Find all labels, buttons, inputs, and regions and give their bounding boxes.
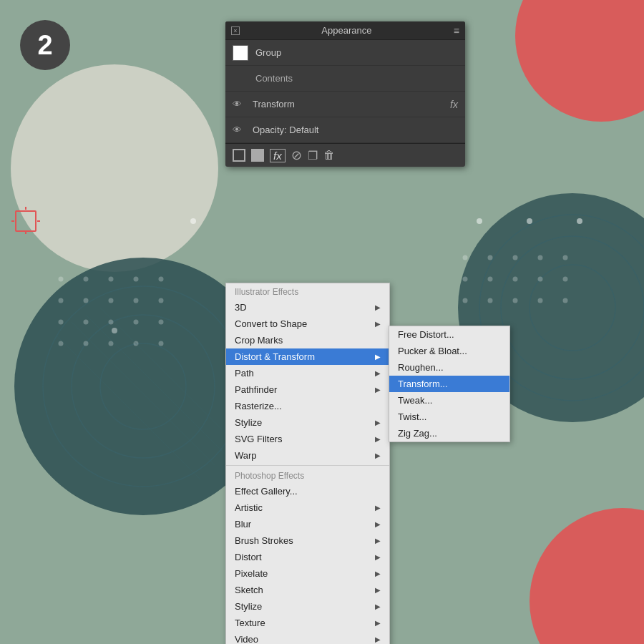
- arrow-icon: ▶: [375, 369, 381, 377]
- arrow-icon: ▶: [375, 553, 381, 561]
- arrow-icon: ▶: [375, 635, 381, 643]
- delete-icon[interactable]: 🗑: [323, 149, 335, 162]
- svg-point-23: [84, 320, 89, 325]
- menu-item-blur[interactable]: Blur ▶: [226, 516, 389, 532]
- illustrator-effects-header: Illustrator Effects: [226, 283, 389, 299]
- add-fill-icon[interactable]: [251, 149, 264, 162]
- arrow-icon: ▶: [375, 520, 381, 528]
- opacity-eye-icon[interactable]: 👁: [233, 125, 247, 135]
- panel-row-opacity[interactable]: 👁 Opacity: Default: [225, 117, 465, 143]
- opacity-label: Opacity: Default: [253, 125, 458, 135]
- menu-item-video[interactable]: Video ▶: [226, 631, 389, 644]
- submenu-distort-transform: Free Distort... Pucker & Bloat... Roughe…: [389, 326, 510, 442]
- arrow-icon: ▶: [375, 320, 381, 328]
- svg-point-26: [159, 320, 164, 325]
- arrow-icon: ▶: [375, 386, 381, 394]
- group-label: Group: [255, 47, 458, 58]
- context-menu: Illustrator Effects 3D ▶ Convert to Shap…: [225, 283, 390, 644]
- svg-point-36: [563, 255, 568, 260]
- submenu-item-pucker-bloat[interactable]: Pucker & Bloat...: [389, 343, 509, 359]
- svg-point-42: [463, 298, 468, 303]
- menu-item-pixelate[interactable]: Pixelate ▶: [226, 565, 389, 582]
- svg-point-19: [109, 298, 114, 303]
- arrow-icon: ▶: [375, 602, 381, 610]
- panel-row-transform[interactable]: 👁 Transform fx: [225, 92, 465, 117]
- panel-close-button[interactable]: ×: [231, 26, 240, 35]
- svg-point-60: [112, 328, 117, 333]
- svg-point-35: [538, 255, 543, 260]
- menu-item-artistic[interactable]: Artistic ▶: [226, 499, 389, 516]
- svg-point-43: [488, 298, 493, 303]
- menu-separator: [226, 465, 389, 466]
- menu-item-distort-transform[interactable]: Distort & Transform ▶: [226, 348, 389, 365]
- svg-point-1: [11, 64, 218, 272]
- svg-point-45: [538, 298, 543, 303]
- step-badge: 2: [20, 20, 70, 70]
- panel-row-group: Group: [225, 40, 465, 66]
- photoshop-effects-header: Photoshop Effects: [226, 467, 389, 483]
- menu-item-crop-marks[interactable]: Crop Marks: [226, 332, 389, 348]
- contents-label: Contents: [233, 73, 458, 84]
- menu-item-texture[interactable]: Texture ▶: [226, 615, 389, 631]
- svg-point-56: [190, 218, 196, 224]
- svg-point-38: [488, 277, 493, 282]
- duplicate-icon[interactable]: ❐: [308, 149, 318, 162]
- menu-item-distort[interactable]: Distort ▶: [226, 549, 389, 565]
- footer-icons: fx ⊘ ❐ 🗑: [233, 147, 335, 163]
- arrow-icon: ▶: [375, 586, 381, 594]
- svg-point-44: [513, 298, 518, 303]
- arrow-icon: ▶: [375, 452, 381, 459]
- submenu-item-twist[interactable]: Twist...: [389, 409, 509, 425]
- svg-point-22: [59, 320, 64, 325]
- menu-item-svg-filters[interactable]: SVG Filters ▶: [226, 431, 389, 447]
- menu-item-3d[interactable]: 3D ▶: [226, 299, 389, 316]
- submenu-item-zig-zag[interactable]: Zig Zag...: [389, 425, 509, 441]
- menu-item-rasterize[interactable]: Rasterize...: [226, 398, 389, 414]
- submenu-item-free-distort[interactable]: Free Distort...: [389, 326, 509, 343]
- clear-icon[interactable]: ⊘: [291, 147, 302, 163]
- menu-item-warp[interactable]: Warp ▶: [226, 447, 389, 464]
- fx-button[interactable]: fx: [270, 149, 286, 162]
- svg-point-18: [84, 298, 89, 303]
- menu-item-stylize[interactable]: Stylize ▶: [226, 414, 389, 431]
- svg-point-37: [463, 277, 468, 282]
- svg-point-39: [513, 277, 518, 282]
- svg-point-32: [463, 255, 468, 260]
- panel-titlebar: × Appearance ≡: [225, 21, 465, 40]
- svg-point-59: [577, 218, 582, 224]
- arrow-icon: ▶: [375, 419, 381, 426]
- panel-title: Appearance: [321, 25, 371, 36]
- svg-point-17: [59, 298, 64, 303]
- svg-point-20: [134, 298, 139, 303]
- svg-point-41: [563, 277, 568, 282]
- appearance-panel: × Appearance ≡ Group Contents 👁 Transfor…: [225, 21, 465, 167]
- menu-item-pathfinder[interactable]: Pathfinder ▶: [226, 381, 389, 398]
- submenu-item-roughen[interactable]: Roughen...: [389, 359, 509, 376]
- transform-eye-icon[interactable]: 👁: [233, 99, 247, 109]
- menu-item-convert-to-shape[interactable]: Convert to Shape ▶: [226, 316, 389, 332]
- arrow-icon: ▶: [375, 435, 381, 443]
- group-swatch: [233, 45, 248, 61]
- panel-row-contents: Contents: [225, 66, 465, 92]
- svg-point-14: [109, 277, 114, 282]
- transform-fx-icon: fx: [450, 99, 458, 110]
- menu-item-stylize-ps[interactable]: Stylize ▶: [226, 598, 389, 615]
- submenu-item-tweak[interactable]: Tweak...: [389, 392, 509, 409]
- menu-item-effect-gallery[interactable]: Effect Gallery...: [226, 483, 389, 499]
- submenu-item-transform[interactable]: Transform...: [389, 376, 509, 392]
- panel-menu-icon[interactable]: ≡: [454, 25, 459, 36]
- panel-footer: fx ⊘ ❐ 🗑: [225, 143, 465, 167]
- svg-point-58: [527, 218, 532, 224]
- svg-point-16: [159, 277, 164, 282]
- menu-item-sketch[interactable]: Sketch ▶: [226, 582, 389, 598]
- arrow-icon: ▶: [375, 537, 381, 545]
- svg-point-15: [134, 277, 139, 282]
- arrow-icon: ▶: [375, 570, 381, 577]
- svg-point-46: [563, 298, 568, 303]
- svg-point-31: [159, 341, 164, 346]
- menu-item-path[interactable]: Path ▶: [226, 365, 389, 381]
- arrow-icon: ▶: [375, 303, 381, 311]
- menu-item-brush-strokes[interactable]: Brush Strokes ▶: [226, 532, 389, 549]
- add-stroke-icon[interactable]: [233, 149, 245, 162]
- svg-point-34: [513, 255, 518, 260]
